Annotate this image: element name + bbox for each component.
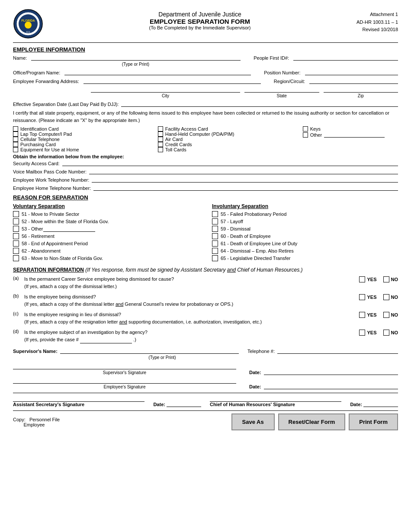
qa-b-no-box[interactable] [383,294,389,300]
asst-sec-block: Assistant Secretary's Signature [13,395,144,407]
inv-item-64: 64 - Dismissal – Emp. Also Retires [212,248,398,254]
cb-facility-box[interactable] [158,126,163,131]
save-as-button[interactable]: Save As [231,413,275,430]
state-input[interactable] [244,86,319,93]
print-button[interactable]: Print Form [349,413,398,430]
inv-cb-59[interactable] [212,226,218,232]
cb-handheld-box[interactable] [158,131,163,137]
position-input[interactable] [305,68,398,75]
city-label: City [162,93,169,98]
vol-item-58: 58 - End of Appointment Period [13,240,199,247]
sup-date-input[interactable] [264,368,398,375]
inv-cb-60[interactable] [212,233,218,239]
asst-date-input[interactable] [167,400,201,407]
button-group: Save As Reset/Clear Form Print Form [231,413,398,430]
chief-hr-label: Chief of Human Resources' Signature [210,402,295,407]
telephone-input[interactable] [277,347,398,354]
cb-laptop-box[interactable] [13,131,18,137]
home-phone-input[interactable] [93,184,398,191]
qa-b-yes-box[interactable] [359,294,365,300]
cb-other: Other [303,131,398,138]
cb-keys-box[interactable] [303,126,308,131]
vol-cb-56[interactable] [13,233,19,239]
cb-equipment-box[interactable] [13,147,18,152]
copy-label: Copy: [13,417,26,422]
qa-d-no-box[interactable] [383,330,389,336]
vol-cb-63[interactable] [13,255,19,261]
copy-section: Copy: Personnel File Employee [13,417,60,427]
other-input[interactable] [324,131,385,138]
inv-cb-65[interactable] [212,255,218,261]
cb-cellular-box[interactable] [13,137,18,142]
position-label: Position Number: [264,70,300,75]
sep-info-italic: (If Yes response, form must be signed by… [85,267,302,273]
vol-cb-51[interactable] [13,211,19,217]
security-label: Security Access Card: [13,161,60,166]
logo: FLORIDA DJJ [13,9,43,39]
people-first-input[interactable] [293,60,398,61]
supervisor-sig-line[interactable] [13,362,236,369]
qa-a-text: Is the permanent Career Service employee… [24,276,356,290]
subtitle: (To Be Completed by the Immediate Superv… [43,25,356,30]
cb-toll: Toll Cards [158,147,294,152]
cb-toll-box[interactable] [158,147,163,152]
cb-equipment: Equipment for Use at Home [13,147,149,152]
city-input[interactable] [91,86,240,93]
emp-date-input[interactable] [264,382,398,389]
qa-d-yes-box[interactable] [359,330,365,336]
home-phone-row: Employee Home Telephone Number: [13,184,398,191]
qa-c-yes-box[interactable] [359,312,365,318]
cb-credit-box[interactable] [158,142,163,147]
employee-sig-line[interactable] [13,377,236,384]
vol-cb-53[interactable] [13,226,19,232]
cb-purchasing-box[interactable] [13,142,18,147]
form-title: EMPLOYEE SEPARATION FORM [43,18,356,25]
supervisor-name-input[interactable] [60,347,239,354]
address-input[interactable] [83,77,261,84]
office-input[interactable] [64,68,251,75]
qa-c: (c) Is the employee resigning in lieu of… [13,311,398,325]
cb-id-card-box[interactable] [13,126,18,131]
inv-cb-55[interactable] [212,211,218,217]
inv-cb-61[interactable] [212,240,218,247]
no-label-b: NO [391,295,398,300]
qa-c-no: NO [383,312,398,318]
date-label-sup: Date: [249,370,261,375]
eff-sep-row: Effective Separation Date (Last Day Paid… [13,100,398,107]
name-input[interactable] [31,60,241,61]
yes-label: YES [367,277,376,282]
vol-cb-58[interactable] [13,240,19,247]
reset-button[interactable]: Reset/Clear Form [278,413,346,430]
cb-other-box[interactable] [303,132,308,138]
voice-mailbox-input[interactable] [89,167,398,174]
address-region-row: Employee Forwarding Address: Region/Circ… [13,77,398,84]
vol-item-62: 62 - Abandonment [13,248,199,254]
voice-mailbox-row: Voice Mailbox Pass Code Number: [13,167,398,174]
vol-cb-62[interactable] [13,248,19,254]
qa-b-letter: (b) [13,293,22,298]
telephone-label: Telephone #: [247,349,275,354]
chief-date-block: Date: [350,400,398,407]
cb-aircard-box[interactable] [158,137,163,142]
qa-d-answers: YES NO [359,329,398,336]
employee-info-title: EMPLOYEE INFORMATION [13,46,398,53]
zip-input[interactable] [324,86,398,93]
asst-sec-line[interactable] [13,395,144,402]
state-label: State [277,93,287,98]
voice-mailbox-label: Voice Mailbox Pass Code Number: [13,169,87,174]
chief-hr-line[interactable] [210,395,341,402]
qa-d-yes: YES [359,330,376,336]
inv-cb-64[interactable] [212,248,218,254]
revised-label: Revised 10/2018 [356,26,398,34]
inv-cb-57[interactable] [212,218,218,224]
region-input[interactable] [309,77,398,84]
security-input[interactable] [62,159,398,166]
qa-a-no-box[interactable] [383,276,389,282]
qa-a-yes-box[interactable] [359,276,365,282]
chief-date-input[interactable] [363,400,398,407]
zip-label: Zip [358,93,364,98]
eff-sep-input[interactable] [121,100,398,107]
qa-c-no-box[interactable] [383,312,389,318]
vol-cb-52[interactable] [13,218,19,224]
work-phone-input[interactable] [92,176,398,183]
